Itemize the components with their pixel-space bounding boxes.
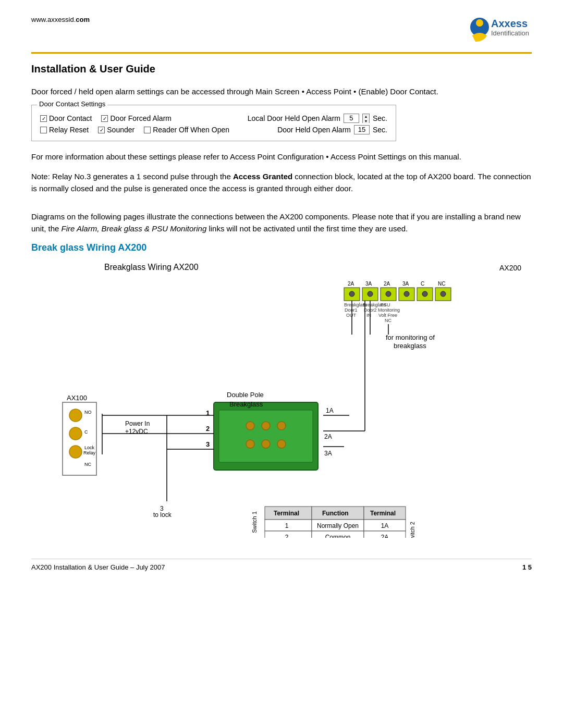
door-alarm-control: Door Held Open Alarm 15 Sec. bbox=[277, 125, 387, 134]
axxess-logo: Axxess Identification bbox=[464, 16, 532, 47]
svg-text:2A: 2A bbox=[348, 281, 354, 287]
note-before: Note: Relay No.3 generates a 1 second pu… bbox=[31, 172, 233, 181]
svg-text:Switch 2: Switch 2 bbox=[409, 522, 415, 538]
svg-text:NC: NC bbox=[438, 281, 445, 287]
svg-text:3: 3 bbox=[206, 440, 210, 448]
svg-point-41 bbox=[277, 422, 286, 430]
svg-point-13 bbox=[404, 291, 409, 297]
diagram-ax200-label: AX200 bbox=[499, 264, 521, 277]
note-bold: Access Granted bbox=[233, 172, 292, 181]
reader-off-label: Reader Off When Open bbox=[153, 126, 229, 134]
door-alarm-value[interactable]: 15 bbox=[354, 125, 370, 134]
spin-up-btn[interactable]: ▲ bbox=[363, 114, 369, 119]
logo-area: Axxess Identification bbox=[464, 16, 532, 47]
svg-point-42 bbox=[246, 440, 254, 448]
door-forced-alarm-check-box[interactable] bbox=[101, 115, 108, 122]
diagram-main-title: Breakglass Wiring AX200 bbox=[104, 263, 199, 272]
door-contact-checkbox[interactable]: Door Contact bbox=[40, 114, 92, 122]
svg-rect-38 bbox=[219, 410, 313, 462]
footer-page-number: 1 5 bbox=[522, 563, 532, 571]
svg-point-39 bbox=[246, 422, 254, 430]
sounder-label: Sounder bbox=[107, 126, 134, 134]
svg-text:2: 2 bbox=[206, 425, 210, 433]
gold-divider bbox=[31, 52, 532, 54]
more-info-paragraph: For more information about these setting… bbox=[31, 151, 532, 163]
svg-text:2A: 2A bbox=[324, 433, 332, 440]
svg-text:Door1: Door1 bbox=[345, 307, 358, 313]
svg-text:Switch 1: Switch 1 bbox=[251, 511, 258, 533]
svg-text:breakglass: breakglass bbox=[394, 342, 426, 350]
ax200-terminal-block: 2A 3A 2A 3A C NC Breakglass Door1 OUT Br… bbox=[344, 281, 451, 323]
door-contact-row2: Relay Reset Sounder Reader Off When Open… bbox=[40, 125, 387, 134]
reader-off-check-box[interactable] bbox=[144, 127, 151, 133]
svg-text:1A: 1A bbox=[326, 407, 334, 414]
door-forced-alarm-label: Door Forced Alarm bbox=[110, 114, 171, 122]
svg-point-43 bbox=[262, 440, 270, 448]
door-contact-row1: Door Contact Door Forced Alarm Local Doo… bbox=[40, 114, 387, 123]
svg-point-12 bbox=[386, 291, 391, 297]
note-paragraph: Note: Relay No.3 generates a 1 second pu… bbox=[31, 170, 532, 195]
svg-point-51 bbox=[69, 446, 82, 458]
local-alarm-spin[interactable]: ▲ ▼ bbox=[362, 114, 370, 123]
svg-text:Relay: Relay bbox=[83, 450, 96, 455]
svg-text:Power In: Power In bbox=[125, 420, 150, 427]
page-footer: AX200 Installation & User Guide – July 2… bbox=[31, 559, 532, 571]
svg-text:AX100: AX100 bbox=[67, 394, 87, 402]
intro-paragraph: Door forced / held open alarm settings c… bbox=[31, 85, 532, 97]
svg-point-14 bbox=[422, 291, 427, 297]
reader-off-checkbox[interactable]: Reader Off When Open bbox=[144, 126, 229, 134]
door-forced-alarm-checkbox[interactable]: Door Forced Alarm bbox=[101, 114, 171, 122]
svg-text:NO: NO bbox=[84, 410, 92, 415]
sounder-check-box[interactable] bbox=[98, 127, 105, 133]
page-header: www.axxessid.com Axxess Identification bbox=[31, 16, 532, 47]
door-alarm-label: Door Held Open Alarm bbox=[277, 126, 351, 134]
door-contact-settings-box: Door Contact Settings Door Contact Door … bbox=[31, 105, 396, 141]
diagrams-italic: Fire Alarm, Break glass & PSU Monitoring bbox=[62, 224, 207, 233]
svg-text:Identification: Identification bbox=[491, 29, 529, 37]
door-contact-legend: Door Contact Settings bbox=[37, 100, 107, 108]
door-contact-check-box[interactable] bbox=[40, 115, 47, 122]
svg-text:for monitoring of: for monitoring of bbox=[386, 334, 435, 341]
svg-text:3A: 3A bbox=[324, 450, 332, 457]
svg-text:+12vDC: +12vDC bbox=[125, 428, 148, 435]
svg-text:NC: NC bbox=[84, 462, 91, 467]
diagrams-paragraph: Diagrams on the following pages illustra… bbox=[31, 211, 532, 235]
relay-reset-check-box[interactable] bbox=[40, 127, 47, 133]
sounder-checkbox[interactable]: Sounder bbox=[98, 126, 134, 134]
svg-point-49 bbox=[69, 409, 82, 422]
local-alarm-unit: Sec. bbox=[373, 114, 387, 122]
svg-point-15 bbox=[440, 291, 446, 297]
website-url: www.axxessid.com bbox=[31, 16, 90, 23]
spin-down-btn[interactable]: ▼ bbox=[363, 119, 369, 124]
svg-text:Common: Common bbox=[325, 534, 351, 538]
page-title: Installation & User Guide bbox=[31, 63, 532, 75]
door-alarm-unit: Sec. bbox=[373, 126, 387, 134]
svg-text:Double Pole: Double Pole bbox=[227, 391, 264, 399]
diagrams-text2: links will not be activated until the fi… bbox=[206, 224, 408, 233]
footer-left: AX200 Installation & User Guide – July 2… bbox=[31, 563, 165, 571]
relay-reset-checkbox[interactable]: Relay Reset bbox=[40, 126, 89, 134]
svg-text:Axxess: Axxess bbox=[491, 18, 528, 29]
svg-text:Volt Free: Volt Free bbox=[378, 313, 397, 318]
svg-point-40 bbox=[262, 422, 270, 430]
svg-text:2A: 2A bbox=[381, 534, 389, 538]
svg-text:1: 1 bbox=[285, 522, 289, 529]
svg-text:PSU: PSU bbox=[381, 302, 390, 307]
svg-text:to lock: to lock bbox=[153, 511, 172, 519]
local-alarm-control: Local Door Held Open Alarm 5 ▲ ▼ Sec. bbox=[248, 114, 387, 123]
svg-text:2A: 2A bbox=[384, 281, 390, 287]
svg-text:1A: 1A bbox=[381, 522, 389, 529]
svg-text:Monitoring: Monitoring bbox=[378, 307, 400, 313]
svg-point-50 bbox=[69, 427, 82, 440]
door-contact-label: Door Contact bbox=[49, 114, 92, 122]
svg-text:OUT: OUT bbox=[346, 313, 357, 318]
diagram-area: Breakglass Wiring AX200 AX200 bbox=[31, 263, 532, 538]
svg-text:C: C bbox=[421, 281, 424, 287]
svg-text:Terminal: Terminal bbox=[370, 510, 396, 517]
svg-point-44 bbox=[277, 440, 286, 448]
svg-point-11 bbox=[368, 291, 373, 297]
local-alarm-value[interactable]: 5 bbox=[344, 114, 359, 123]
local-alarm-label: Local Door Held Open Alarm bbox=[248, 114, 340, 122]
svg-text:Terminal: Terminal bbox=[274, 510, 299, 517]
svg-text:Function: Function bbox=[322, 510, 349, 517]
